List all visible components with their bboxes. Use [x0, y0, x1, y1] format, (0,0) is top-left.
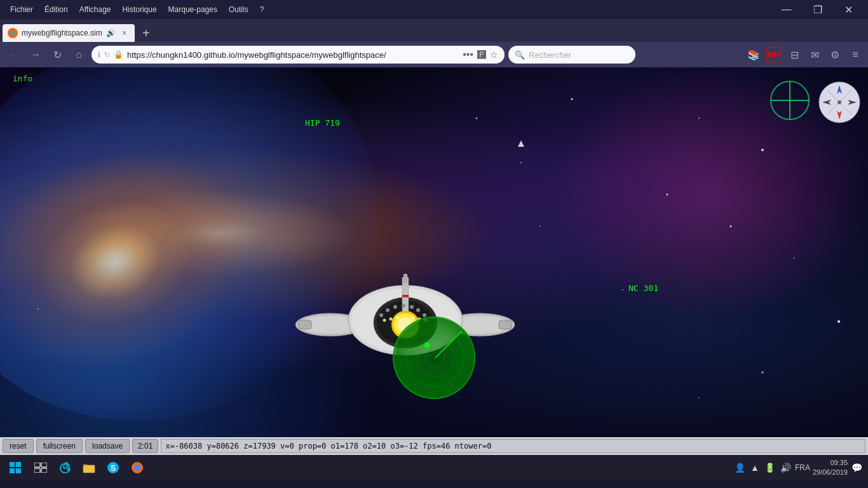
svg-point-2 [761, 149, 764, 151]
svg-rect-68 [10, 462, 15, 467]
nc301-label: NC 301 [628, 283, 658, 293]
address-more-button[interactable]: ••• [463, 49, 473, 60]
svg-rect-74 [34, 468, 40, 473]
address-url: https://chungkn1400.github.io/mywebglfli… [127, 50, 459, 60]
window-controls: — ❐ ✕ [772, 0, 863, 19]
svg-point-10 [476, 118, 478, 119]
hip719-label: HIP 719 [305, 118, 340, 128]
reset-button[interactable]: reset [3, 439, 34, 453]
addressbar: ← → ↻ ⌂ ℹ ↻ 🔒 https://chungkn1400.github… [0, 42, 868, 67]
game-time: 2:01 [132, 439, 158, 453]
browser-tab[interactable]: 🌐 mywebglflightspace.sim 🔊 × [3, 24, 135, 42]
sidebar-icon[interactable]: ⊟ [787, 47, 802, 62]
menu-hamburger-icon[interactable]: ≡ [848, 47, 863, 62]
firefox-icon[interactable] [126, 456, 149, 479]
menu-historique[interactable]: Historique [118, 3, 162, 17]
svg-text:S: S [111, 464, 116, 473]
tabbar: 🌐 mywebglflightspace.sim 🔊 × + [0, 19, 868, 42]
windows-taskbar: S 👤 ▲ 🔋 🔊 FRA 09:35 29/06/2019 💬 [0, 455, 868, 480]
maximize-button[interactable]: ❐ [803, 0, 832, 19]
svg-rect-73 [41, 463, 47, 467]
svg-point-8 [837, 320, 840, 323]
svg-rect-18 [299, 320, 311, 329]
back-button[interactable]: ← [5, 46, 23, 64]
file-explorer-icon[interactable] [78, 456, 100, 479]
svg-point-6 [730, 226, 732, 227]
taskbar-people-icon[interactable]: 👤 [733, 461, 747, 474]
status-info: x=-86038 y=80626 z=17939 v=0 prop=0 o1=1… [161, 439, 865, 453]
address-lock-icon: 🔒 [114, 50, 123, 59]
loadsave-button[interactable]: loadsave [85, 439, 130, 453]
svg-point-13 [762, 372, 764, 374]
adblock-icon[interactable]: ABP [766, 47, 782, 62]
reload-button[interactable]: ↻ [48, 46, 66, 64]
task-view-button[interactable] [29, 456, 52, 479]
svg-point-4 [667, 194, 668, 196]
tab-favicon: 🌐 [8, 28, 18, 38]
menu-edition[interactable]: Édition [39, 3, 73, 17]
svg-point-36 [379, 313, 383, 317]
taskbar-date-display: 29/06/2019 [813, 468, 848, 477]
svg-rect-22 [499, 320, 512, 329]
info-label: info [13, 74, 32, 83]
new-tab-button[interactable]: + [137, 24, 155, 42]
pocket-icon[interactable]: 🅿 [477, 50, 486, 60]
menu-help[interactable]: ? [255, 3, 269, 17]
menu-marquepages[interactable]: Marque-pages [163, 3, 222, 17]
svg-point-41 [416, 308, 420, 312]
svg-rect-35 [402, 295, 409, 297]
taskbar-right: 👤 ▲ 🔋 🔊 FRA 09:35 29/06/2019 💬 [733, 458, 865, 478]
library-icon[interactable]: 📚 [746, 47, 761, 62]
skype-icon[interactable]: S [102, 456, 125, 479]
svg-point-62 [396, 318, 474, 397]
menu-bar: Fichier Édition Affichage Historique Mar… [5, 0, 863, 19]
minimize-button[interactable]: — [772, 0, 801, 19]
search-box[interactable]: 🔍 Rechercher [508, 46, 635, 64]
search-placeholder: Rechercher [529, 50, 571, 60]
svg-point-9 [520, 162, 522, 163]
taskbar-notification-icon[interactable]: 💬 [850, 461, 863, 474]
forward-button[interactable]: → [27, 46, 44, 64]
address-box[interactable]: ℹ ↻ 🔒 https://chungkn1400.github.io/mywe… [92, 46, 505, 64]
svg-point-44 [390, 318, 393, 321]
svg-point-67 [424, 342, 430, 348]
svg-rect-71 [16, 468, 21, 473]
taskbar-network-icon[interactable]: ▲ [749, 461, 761, 474]
svg-point-5 [794, 257, 795, 259]
taskbar-language[interactable]: FRA [795, 463, 810, 472]
game-viewport[interactable]: info HIP 719 NC 301 [0, 67, 868, 437]
svg-point-0 [571, 98, 573, 100]
edge-icon[interactable] [53, 456, 76, 479]
svg-point-1 [698, 118, 700, 119]
svg-point-12 [37, 308, 39, 309]
svg-point-43 [383, 319, 386, 322]
tab-close-button[interactable]: × [119, 28, 130, 38]
taskbar-clock[interactable]: 09:35 29/06/2019 [813, 458, 848, 478]
svg-point-37 [386, 308, 390, 312]
svg-rect-75 [41, 468, 47, 473]
svg-rect-70 [10, 468, 15, 473]
start-button[interactable] [3, 456, 28, 479]
taskbar-battery-icon[interactable]: 🔋 [763, 461, 776, 474]
home-button[interactable]: ⌂ [70, 46, 88, 64]
tab-audio-icon[interactable]: 🔊 [106, 29, 116, 37]
taskbar-time-display: 09:35 [813, 458, 848, 468]
svg-point-39 [402, 304, 405, 308]
taskbar-volume-icon[interactable]: 🔊 [779, 461, 792, 474]
extension-icon[interactable]: ⚙ [827, 47, 843, 62]
svg-point-7 [622, 289, 623, 290]
svg-marker-15 [518, 140, 524, 147]
menu-outils[interactable]: Outils [224, 3, 254, 17]
svg-point-14 [698, 397, 700, 398]
close-button[interactable]: ✕ [834, 0, 863, 19]
bookmark-star-icon[interactable]: ☆ [490, 50, 498, 60]
fullscreen-button[interactable]: fullscreen [36, 439, 83, 453]
menu-fichier[interactable]: Fichier [5, 3, 38, 17]
svg-rect-34 [403, 274, 407, 283]
menu-affichage[interactable]: Affichage [74, 3, 116, 17]
svg-rect-76 [83, 465, 95, 473]
toolbar-right: 📚 ABP ⊟ ✉ ⚙ ≡ [746, 47, 863, 62]
svg-point-40 [410, 305, 414, 309]
mail-icon[interactable]: ✉ [807, 47, 822, 62]
svg-rect-72 [34, 463, 40, 467]
